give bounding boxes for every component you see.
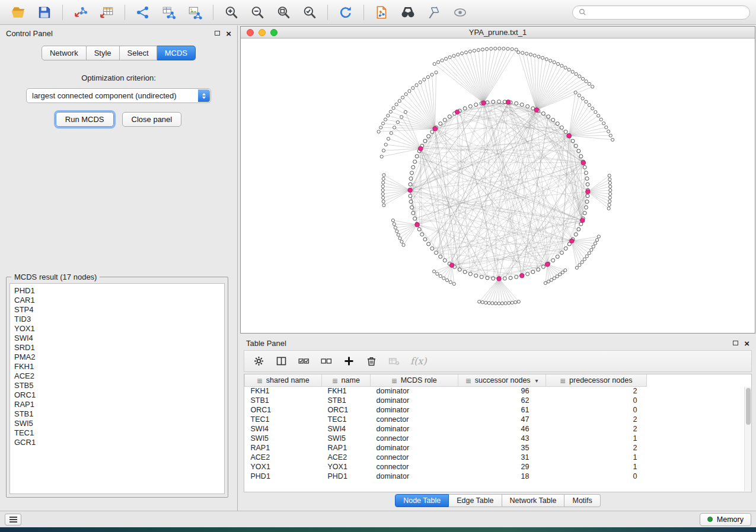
window-zoom-traffic-light[interactable] xyxy=(270,29,277,36)
table-row[interactable]: ACE2ACE2connector311 xyxy=(245,453,752,462)
table-cell[interactable]: 0 xyxy=(546,396,647,405)
table-cell[interactable]: 61 xyxy=(458,405,546,415)
zoom-selected-button[interactable] xyxy=(297,2,322,23)
table-cell[interactable]: YOX1 xyxy=(322,462,371,472)
zoom-fit-button[interactable] xyxy=(271,2,296,23)
table-cell[interactable]: PHD1 xyxy=(322,472,371,481)
table-cell[interactable]: connector xyxy=(371,462,458,472)
column-header-mcds-role[interactable]: ▦MCDS role xyxy=(371,374,458,386)
tab-select[interactable]: Select xyxy=(120,46,157,60)
table-cell[interactable]: 2 xyxy=(546,424,647,434)
mcds-result-node[interactable]: PHD1 xyxy=(14,286,220,296)
delete-rows-button[interactable] xyxy=(365,355,378,367)
save-session-button[interactable] xyxy=(32,2,57,23)
memory-button[interactable]: Memory xyxy=(700,513,751,526)
tab-style[interactable]: Style xyxy=(87,46,120,60)
table-cell[interactable]: 0 xyxy=(546,472,647,481)
table-cell[interactable]: 2 xyxy=(546,386,647,396)
table-cell[interactable]: 96 xyxy=(458,386,546,396)
table-cell[interactable]: SWI5 xyxy=(322,434,371,443)
table-cell[interactable]: YOX1 xyxy=(245,462,322,472)
tab-motifs[interactable]: Motifs xyxy=(564,494,600,507)
zoom-out-button[interactable] xyxy=(245,2,270,23)
table-cell[interactable]: dominator xyxy=(371,472,458,481)
table-row[interactable]: YOX1YOX1connector291 xyxy=(245,462,752,472)
close-panel-icon[interactable]: × xyxy=(226,29,231,38)
close-table-panel-icon[interactable]: × xyxy=(744,339,749,348)
import-table-button[interactable] xyxy=(94,2,119,23)
mcds-result-node[interactable]: FKH1 xyxy=(14,362,220,371)
window-close-traffic-light[interactable] xyxy=(247,29,254,36)
table-cell[interactable]: TEC1 xyxy=(322,415,371,424)
table-cell[interactable]: 1 xyxy=(546,462,647,472)
table-cell[interactable]: connector xyxy=(371,415,458,424)
network-from-table-button[interactable] xyxy=(157,2,181,23)
table-cell[interactable]: 62 xyxy=(458,396,546,405)
mcds-result-node[interactable]: STB5 xyxy=(14,381,220,390)
table-cell[interactable]: ORC1 xyxy=(245,405,322,415)
table-row[interactable]: PHD1PHD1dominator180 xyxy=(245,472,752,481)
show-columns-button[interactable] xyxy=(275,355,288,367)
table-row[interactable]: RAP1RAP1dominator352 xyxy=(245,443,752,453)
table-cell[interactable]: dominator xyxy=(371,386,458,396)
table-cell[interactable]: 2 xyxy=(546,415,647,424)
table-cell[interactable]: SWI4 xyxy=(322,424,371,434)
mcds-result-list[interactable]: PHD1CAR1STP4TID3YOX1SWI4SRD1PMA2FKH1ACE2… xyxy=(9,283,225,494)
table-cell[interactable]: PHD1 xyxy=(245,472,322,481)
tab-mcds[interactable]: MCDS xyxy=(157,46,196,60)
mcds-result-node[interactable]: CAR1 xyxy=(14,296,220,305)
mcds-result-node[interactable]: STB1 xyxy=(14,409,220,419)
tab-node-table[interactable]: Node Table xyxy=(395,494,449,507)
table-cell[interactable]: STB1 xyxy=(322,396,371,405)
zoom-in-button[interactable] xyxy=(219,2,244,23)
table-cell[interactable]: FKH1 xyxy=(322,386,371,396)
mcds-result-node[interactable]: YOX1 xyxy=(14,324,220,334)
copy-style-button[interactable] xyxy=(369,2,394,23)
mcds-result-node[interactable]: SWI4 xyxy=(14,334,220,343)
table-cell[interactable]: 18 xyxy=(458,472,546,481)
first-neighbors-button[interactable] xyxy=(395,2,420,23)
table-cell[interactable]: SWI4 xyxy=(245,424,322,434)
table-cell[interactable]: FKH1 xyxy=(245,386,322,396)
table-cell[interactable]: 31 xyxy=(458,453,546,462)
network-image-export-button[interactable] xyxy=(183,2,208,23)
table-cell[interactable]: 1 xyxy=(546,453,647,462)
mcds-result-node[interactable]: RAP1 xyxy=(14,400,220,409)
mcds-result-node[interactable]: SWI5 xyxy=(14,419,220,428)
criterion-select[interactable]: largest connected component (undirected) xyxy=(26,88,211,103)
table-cell[interactable]: 47 xyxy=(458,415,546,424)
table-cell[interactable]: ORC1 xyxy=(322,405,371,415)
tab-edge-table[interactable]: Edge Table xyxy=(449,494,502,507)
table-options-button[interactable] xyxy=(253,355,265,367)
birds-eye-view-button[interactable] xyxy=(448,2,473,23)
column-header-name[interactable]: ▦name xyxy=(322,374,371,386)
table-cell[interactable]: TEC1 xyxy=(245,415,322,424)
close-panel-button[interactable]: Close panel xyxy=(122,112,182,127)
table-row[interactable]: STB1STB1dominator620 xyxy=(245,396,752,405)
mcds-result-node[interactable]: GCR1 xyxy=(14,438,220,447)
network-window-titlebar[interactable]: YPA_prune.txt_1 xyxy=(241,27,755,39)
table-cell[interactable]: 2 xyxy=(546,443,647,453)
column-header-predecessor-nodes[interactable]: ▦predecessor nodes xyxy=(546,374,647,386)
table-row[interactable]: SWI4SWI4dominator462 xyxy=(245,424,752,434)
network-canvas[interactable] xyxy=(241,39,755,333)
column-header-successor-nodes[interactable]: ▦successor nodes▾ xyxy=(458,374,546,386)
column-header-shared-name[interactable]: ▦shared name xyxy=(245,374,322,386)
table-cell[interactable]: SWI5 xyxy=(245,434,322,443)
table-cell[interactable]: dominator xyxy=(371,396,458,405)
table-cell[interactable]: RAP1 xyxy=(322,443,371,453)
hide-panel-button[interactable] xyxy=(5,514,21,525)
table-cell[interactable]: dominator xyxy=(371,424,458,434)
table-cell[interactable]: 0 xyxy=(546,405,647,415)
deselect-all-button[interactable] xyxy=(320,355,333,367)
tab-network[interactable]: Network xyxy=(42,46,87,60)
mcds-result-node[interactable]: TEC1 xyxy=(14,428,220,438)
search-input[interactable] xyxy=(591,8,744,17)
table-cell[interactable]: 43 xyxy=(458,434,546,443)
table-cell[interactable]: 35 xyxy=(458,443,546,453)
import-network-button[interactable] xyxy=(68,2,93,23)
open-session-button[interactable] xyxy=(6,2,31,23)
mcds-result-node[interactable]: ORC1 xyxy=(14,390,220,400)
table-row[interactable]: FKH1FKH1dominator962 xyxy=(245,386,752,396)
table-row[interactable]: SWI5SWI5connector431 xyxy=(245,434,752,443)
